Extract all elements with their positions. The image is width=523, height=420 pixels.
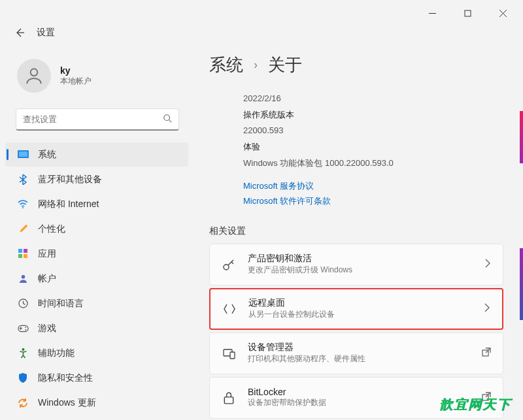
- experience-value: Windows 功能体验包 1000.22000.593.0: [243, 155, 503, 172]
- nav-label: 游戏: [38, 323, 56, 334]
- nav-label: 应用: [38, 248, 56, 260]
- svg-point-15: [21, 275, 25, 279]
- chevron-right-icon: [484, 303, 490, 315]
- svg-line-7: [169, 120, 172, 122]
- update-icon: [17, 397, 29, 409]
- clock-icon: [17, 298, 29, 310]
- os-version: 22000.593: [243, 123, 503, 139]
- card-device-manager[interactable]: 设备管理器 打印机和其他驱动程序、硬件属性: [209, 332, 503, 374]
- card-title: BitLocker: [248, 387, 470, 397]
- shield-icon: [17, 372, 29, 384]
- nav-item-personalization[interactable]: 个性化: [5, 217, 188, 241]
- nav-item-accessibility[interactable]: 辅助功能: [5, 341, 188, 365]
- person-icon: [17, 273, 29, 285]
- breadcrumb-current: 关于: [268, 54, 302, 76]
- svg-rect-11: [18, 249, 22, 253]
- watermark: 歆宜网天下: [439, 396, 511, 413]
- svg-point-21: [224, 265, 229, 270]
- nav-label: 系统: [38, 149, 56, 161]
- svg-rect-23: [230, 352, 235, 359]
- svg-point-18: [25, 327, 26, 328]
- back-button[interactable]: [13, 26, 26, 39]
- nav-item-bluetooth[interactable]: 蓝牙和其他设备: [5, 167, 188, 191]
- card-remote-desktop[interactable]: 远程桌面 从另一台设备控制此设备: [209, 288, 503, 330]
- search-box[interactable]: [16, 108, 179, 131]
- chevron-right-icon: [484, 259, 491, 270]
- chevron-right-icon: ›: [254, 58, 258, 72]
- brush-icon: [17, 223, 29, 235]
- card-title: 远程桌面: [248, 297, 472, 309]
- apps-icon: [17, 248, 29, 260]
- nav-item-windows-update[interactable]: Windows 更新: [5, 391, 188, 415]
- svg-point-5: [31, 69, 38, 76]
- nav-label: 隐私和安全性: [38, 372, 93, 384]
- svg-point-10: [22, 207, 24, 208]
- remote-icon: [222, 302, 237, 316]
- svg-rect-1: [465, 10, 471, 16]
- app-title: 设置: [37, 27, 55, 39]
- nav: 系统 蓝牙和其他设备 网络和 Internet 个性化 应用: [5, 142, 188, 415]
- bluetooth-icon: [17, 174, 29, 186]
- nav-item-apps[interactable]: 应用: [5, 242, 188, 266]
- external-link-icon: [482, 347, 491, 359]
- svg-rect-14: [24, 254, 27, 258]
- about-info: 2022/2/16 操作系统版本 22000.593 体验 Windows 功能…: [209, 91, 503, 171]
- link-license-terms[interactable]: Microsoft 软件许可条款: [243, 194, 503, 208]
- install-date: 2022/2/16: [243, 91, 503, 107]
- svg-rect-9: [19, 152, 27, 157]
- nav-item-time-language[interactable]: 时间和语言: [5, 291, 188, 315]
- svg-rect-25: [224, 397, 233, 404]
- minimize-button[interactable]: [417, 3, 447, 24]
- nav-label: Windows 更新: [38, 397, 96, 409]
- search-input[interactable]: [23, 114, 163, 124]
- header: 设置: [0, 20, 523, 46]
- main-content: 系统 › 关于 2022/2/16 操作系统版本 22000.593 体验 Wi…: [196, 46, 523, 420]
- nav-label: 个性化: [38, 223, 65, 235]
- card-subtitle: 打印机和其他驱动程序、硬件属性: [248, 353, 470, 364]
- nav-label: 时间和语言: [38, 298, 84, 310]
- nav-label: 辅助功能: [38, 347, 75, 359]
- avatar: [17, 59, 51, 93]
- breadcrumb: 系统 › 关于: [209, 54, 503, 76]
- os-version-label: 操作系统版本: [243, 107, 503, 123]
- nav-label: 网络和 Internet: [38, 199, 99, 210]
- svg-point-20: [22, 348, 24, 351]
- card-product-key[interactable]: 产品密钥和激活 更改产品密钥或升级 Windows: [209, 244, 503, 285]
- search-icon: [163, 114, 172, 125]
- sidebar: ky 本地帐户 系统 蓝牙和其他设备: [0, 46, 196, 420]
- device-icon: [222, 346, 236, 361]
- card-subtitle: 设备加密帮助保护数据: [248, 397, 470, 408]
- maximize-button[interactable]: [452, 3, 482, 24]
- nav-item-system[interactable]: 系统: [5, 142, 188, 167]
- related-settings-title: 相关设置: [209, 225, 503, 237]
- decorative-bar: [520, 248, 523, 320]
- game-icon: [17, 323, 29, 334]
- nav-item-privacy[interactable]: 隐私和安全性: [5, 366, 188, 390]
- nav-item-network[interactable]: 网络和 Internet: [5, 192, 188, 216]
- nav-label: 蓝牙和其他设备: [38, 174, 102, 186]
- breadcrumb-parent[interactable]: 系统: [209, 54, 243, 76]
- close-button[interactable]: [488, 3, 518, 24]
- card-subtitle: 从另一台设备控制此设备: [248, 309, 472, 320]
- experience-label: 体验: [243, 139, 503, 155]
- user-block[interactable]: ky 本地帐户: [5, 51, 188, 105]
- lock-icon: [222, 391, 236, 405]
- account-type: 本地帐户: [60, 76, 92, 87]
- nav-item-accounts[interactable]: 帐户: [5, 267, 188, 291]
- key-icon: [222, 257, 236, 272]
- display-icon: [17, 149, 29, 161]
- accessibility-icon: [17, 347, 29, 359]
- decorative-bar: [520, 111, 523, 163]
- wifi-icon: [17, 199, 29, 210]
- svg-rect-12: [24, 249, 27, 253]
- svg-point-6: [164, 114, 170, 120]
- nav-item-gaming[interactable]: 游戏: [5, 316, 188, 340]
- card-subtitle: 更改产品密钥或升级 Windows: [248, 265, 473, 276]
- svg-rect-13: [18, 254, 22, 258]
- nav-label: 帐户: [38, 273, 56, 285]
- svg-point-19: [25, 329, 26, 330]
- card-title: 产品密钥和激活: [248, 253, 473, 265]
- link-service-agreement[interactable]: Microsoft 服务协议: [243, 179, 503, 193]
- links: Microsoft 服务协议 Microsoft 软件许可条款: [209, 179, 503, 208]
- card-title: 设备管理器: [248, 342, 470, 353]
